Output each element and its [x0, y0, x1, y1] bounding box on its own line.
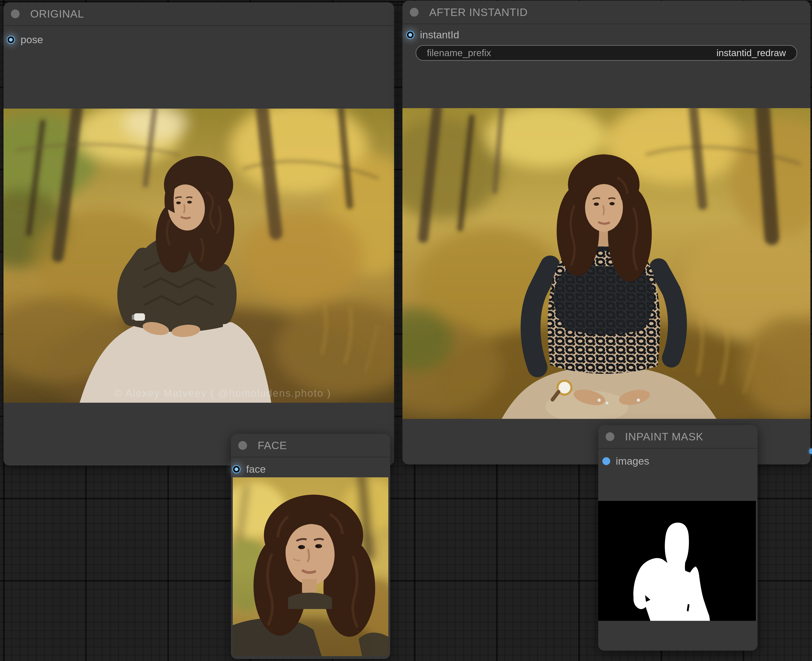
graph-canvas[interactable]: { "canvas": { "grid_base_color": "#21212… — [0, 0, 812, 661]
filename-prefix-widget[interactable]: filename_prefix instantid_redraw — [416, 45, 797, 61]
node-mask-titlebar[interactable]: INPAINT MASK — [598, 425, 758, 449]
node-title: INPAINT MASK — [625, 430, 703, 443]
collapse-toggle-icon[interactable] — [11, 10, 20, 18]
widget-label: filename_prefix — [427, 48, 491, 59]
node-after-titlebar[interactable]: AFTER INSTANTID — [403, 1, 810, 24]
input-connector-icon[interactable] — [406, 31, 414, 39]
link-stub — [809, 449, 812, 454]
original-preview-image[interactable]: © Alexey Matveev ( @homoludens.photo ) — [3, 109, 394, 403]
node-title: FACE — [258, 439, 287, 452]
input-connector-icon[interactable] — [7, 35, 15, 44]
slot-label: pose — [21, 34, 43, 46]
slot-row-instantid: instantId — [406, 27, 459, 43]
slot-label: face — [246, 463, 266, 475]
node-face[interactable]: FACE face — [231, 434, 390, 659]
slot-label: images — [616, 455, 649, 467]
face-preview-image[interactable] — [233, 477, 388, 656]
slot-row-pose: pose — [7, 32, 43, 48]
node-after-instantid[interactable]: AFTER INSTANTID instantId filename_prefi… — [403, 1, 810, 465]
original-photo-art — [3, 109, 394, 403]
mask-preview-image[interactable] — [598, 501, 756, 621]
slot-label: instantId — [420, 29, 459, 41]
node-title: ORIGINAL — [30, 7, 84, 20]
after-photo-art — [403, 108, 810, 419]
node-title: AFTER INSTANTID — [429, 6, 528, 19]
face-photo-art — [233, 477, 388, 656]
node-original[interactable]: ORIGINAL pose — [3, 2, 394, 466]
node-original-titlebar[interactable]: ORIGINAL — [3, 2, 394, 26]
collapse-toggle-icon[interactable] — [410, 8, 419, 17]
slot-row-face: face — [232, 461, 266, 477]
collapse-toggle-icon[interactable] — [238, 441, 247, 450]
inpaint-mask-art — [598, 501, 756, 621]
slot-row-images: images — [602, 453, 649, 469]
collapse-toggle-icon[interactable] — [606, 432, 615, 441]
input-connector-icon[interactable] — [602, 457, 610, 465]
widget-value: instantid_redraw — [716, 48, 786, 59]
after-preview-image[interactable] — [403, 108, 810, 419]
node-face-titlebar[interactable]: FACE — [231, 434, 390, 457]
input-connector-icon[interactable] — [232, 465, 240, 473]
node-inpaint-mask[interactable]: INPAINT MASK images — [598, 425, 758, 651]
